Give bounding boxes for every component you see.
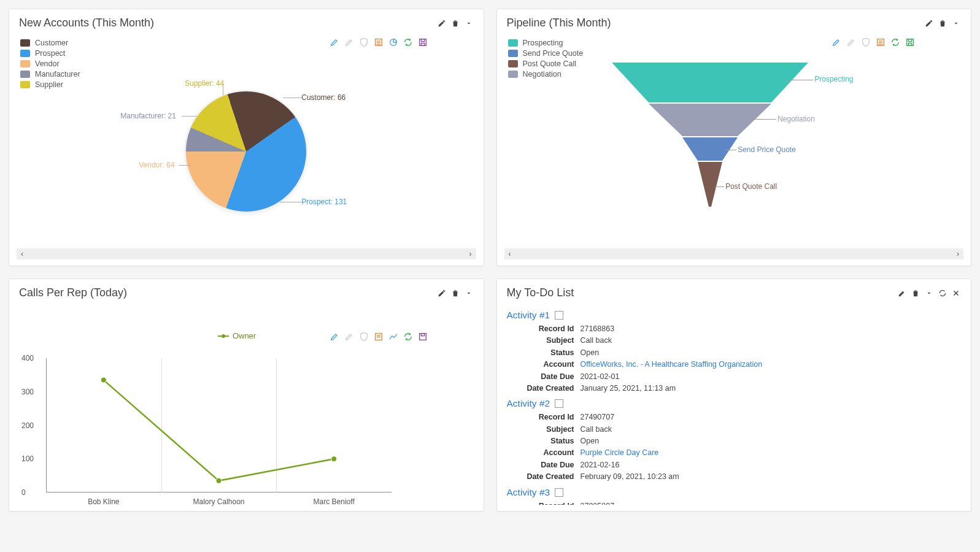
- save-icon[interactable]: [417, 37, 428, 48]
- svg-rect-6: [421, 39, 424, 42]
- legend-item[interactable]: Send Price Quote: [508, 49, 584, 58]
- legend-item[interactable]: Post Quote Call: [508, 59, 584, 68]
- field-row: Record Id27168863: [507, 323, 960, 335]
- y-tick-label: 300: [21, 388, 34, 396]
- chevron-down-icon[interactable]: [924, 288, 934, 298]
- legend-label: Send Price Quote: [523, 49, 584, 58]
- activity-link[interactable]: Activity #1: [507, 310, 550, 321]
- field-value: Call back: [581, 335, 612, 347]
- pie-icon[interactable]: [388, 37, 399, 48]
- trash-icon[interactable]: [911, 288, 920, 298]
- pen-disabled-icon: [344, 331, 355, 342]
- refresh-icon[interactable]: [403, 331, 414, 342]
- legend-item[interactable]: Vendor: [20, 59, 80, 68]
- y-tick-label: 100: [21, 454, 34, 463]
- field-label: Date Created: [507, 471, 581, 483]
- legend-swatch: [20, 81, 30, 88]
- legend-swatch: [20, 50, 30, 57]
- edit-icon[interactable]: [924, 18, 934, 28]
- line-chart: 0100200300400Bob KlineMalory CalhoonMarc…: [46, 358, 392, 493]
- activity-link[interactable]: Activity #3: [507, 487, 550, 498]
- activity-heading[interactable]: Activity #1: [507, 310, 564, 321]
- edit-icon[interactable]: [897, 288, 907, 298]
- legend-item[interactable]: Prospect: [20, 49, 80, 58]
- svg-point-28: [331, 456, 337, 462]
- field-label: Date Due: [507, 371, 581, 383]
- scroll-left-icon[interactable]: ‹: [504, 250, 515, 258]
- legend: CustomerProspectVendorManufacturerSuppli…: [20, 37, 80, 91]
- field-label: Account: [507, 447, 581, 459]
- field-row: Record Id27805897: [507, 500, 960, 505]
- close-icon[interactable]: [951, 288, 961, 298]
- trash-icon[interactable]: [938, 18, 947, 28]
- trash-icon[interactable]: [450, 18, 460, 28]
- chart-toolbar: [831, 37, 916, 48]
- pie-label-manufacturer: Manufacturer: 21: [120, 112, 176, 120]
- legend-label: Prospecting: [523, 39, 563, 47]
- pen-icon[interactable]: [329, 37, 340, 48]
- activity-checkbox[interactable]: [555, 488, 563, 497]
- shield-icon: [860, 37, 871, 48]
- x-tick-label: Marc Benioff: [314, 497, 355, 506]
- chevron-down-icon[interactable]: [464, 288, 474, 298]
- field-value: 2021-02-16: [581, 459, 620, 471]
- scroll-left-icon[interactable]: ‹: [17, 250, 28, 258]
- scroll-right-icon[interactable]: ›: [952, 250, 963, 258]
- field-value: Open: [581, 347, 600, 359]
- list-icon[interactable]: [373, 37, 384, 48]
- horizontal-scrollbar[interactable]: ‹ ›: [17, 248, 476, 259]
- panel-actions: [897, 288, 961, 298]
- todo-scroll-area[interactable]: Activity #1Record Id27168863SubjectCall …: [507, 306, 965, 505]
- edit-icon[interactable]: [437, 288, 447, 298]
- horizontal-scrollbar[interactable]: ‹ ›: [504, 248, 964, 259]
- field-row: Date CreatedFebruary 09, 2021, 10:23 am: [507, 471, 960, 483]
- list-icon[interactable]: [373, 331, 384, 342]
- legend-item[interactable]: Manufacturer: [20, 70, 80, 79]
- legend-item[interactable]: Negotiation: [508, 70, 584, 79]
- field-row: Date Due2021-02-01: [507, 371, 960, 383]
- pen-icon[interactable]: [831, 37, 842, 48]
- field-row: AccountPurple Circle Day Care: [507, 447, 960, 459]
- activity-heading[interactable]: Activity #3: [507, 487, 564, 498]
- shield-icon: [358, 331, 369, 342]
- legend-swatch: [508, 60, 518, 67]
- chevron-down-icon[interactable]: [464, 18, 474, 28]
- field-value-link[interactable]: Purple Circle Day Care: [581, 447, 659, 459]
- activity-checkbox[interactable]: [555, 311, 563, 320]
- panel-body: ProspectingSend Price QuotePost Quote Ca…: [497, 33, 971, 248]
- legend-item[interactable]: Supplier: [20, 80, 80, 89]
- panel-body: CustomerProspectVendorManufacturerSuppli…: [9, 33, 484, 248]
- save-icon[interactable]: [417, 331, 428, 342]
- legend-item[interactable]: Prospecting: [508, 39, 584, 47]
- trash-icon[interactable]: [450, 288, 460, 298]
- line-chart-icon[interactable]: [388, 331, 399, 342]
- refresh-icon[interactable]: [938, 288, 947, 298]
- panel-actions: [924, 18, 961, 28]
- pen-disabled-icon: [846, 37, 857, 48]
- panel-title: New Accounts (This Month): [19, 17, 154, 29]
- legend-swatch: [508, 39, 518, 47]
- scroll-right-icon[interactable]: ›: [465, 250, 476, 258]
- svg-marker-18: [698, 162, 722, 207]
- panel-pipeline: Pipeline (This Month) ProspectingSend Pr…: [496, 9, 972, 266]
- field-row: Date Due2021-02-16: [507, 459, 960, 471]
- chevron-down-icon[interactable]: [951, 18, 961, 28]
- pie-label-customer: Customer: 66: [301, 93, 345, 102]
- pen-icon[interactable]: [329, 331, 340, 342]
- field-row: Date CreatedJanuary 25, 2021, 11:13 am: [507, 383, 960, 394]
- list-icon[interactable]: [875, 37, 886, 48]
- activity-heading[interactable]: Activity #2: [507, 398, 564, 409]
- refresh-icon[interactable]: [403, 37, 414, 48]
- refresh-icon[interactable]: [890, 37, 901, 48]
- funnel-label-sendquote: Send Price Quote: [738, 145, 796, 154]
- activity-checkbox[interactable]: [555, 399, 563, 408]
- field-value-link[interactable]: OfficeWorks, Inc. - A Healthcare Staffin…: [581, 359, 763, 370]
- legend-item[interactable]: Customer: [20, 39, 80, 47]
- chart-toolbar: [329, 37, 428, 48]
- activity-link[interactable]: Activity #2: [507, 398, 550, 409]
- save-icon[interactable]: [905, 37, 916, 48]
- edit-icon[interactable]: [437, 18, 447, 28]
- legend-swatch: [20, 60, 30, 67]
- y-tick-label: 200: [21, 421, 34, 430]
- chart-toolbar: [329, 331, 428, 342]
